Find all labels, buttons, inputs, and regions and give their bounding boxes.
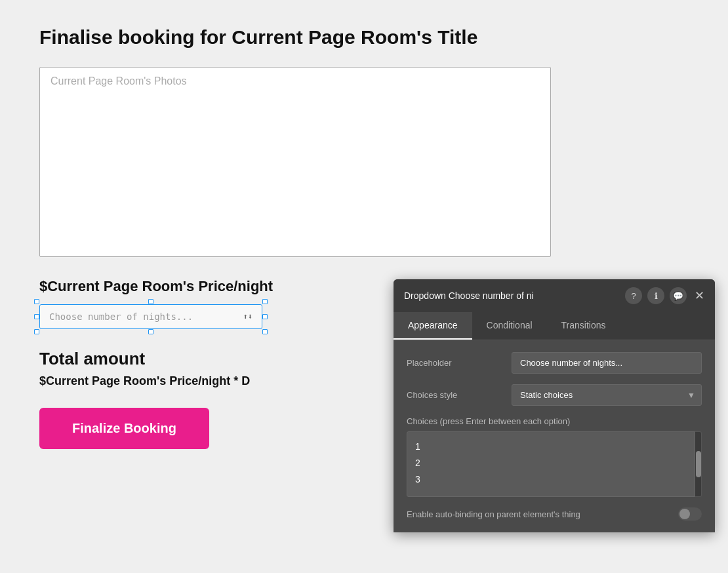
info-icon[interactable]: ℹ	[647, 287, 664, 304]
panel-body: Placeholder Choose number of nights... C…	[394, 340, 715, 532]
toggle-knob	[679, 509, 690, 519]
dropdown-wrapper: Choose number of nights... ⬆⬇	[39, 304, 262, 329]
close-button[interactable]: ✕	[695, 288, 704, 303]
finalize-booking-button[interactable]: Finalize Booking	[39, 408, 209, 449]
page-title: Finalise booking for Current Page Room's…	[39, 26, 689, 49]
auto-bind-label: Enable auto-binding on parent element's …	[407, 509, 678, 519]
placeholder-label: Placeholder	[407, 358, 512, 368]
dropdown-field[interactable]: Choose number of nights... ⬆⬇	[39, 304, 262, 329]
auto-bind-toggle[interactable]	[678, 507, 702, 521]
choices-textarea[interactable]: 1 2 3	[407, 431, 695, 497]
tab-transitions[interactable]: Transitions	[547, 312, 620, 340]
dropdown-arrow-icon: ⬆⬇	[243, 312, 253, 321]
handle-mr[interactable]	[262, 314, 268, 319]
choices-textarea-wrapper: 1 2 3	[407, 431, 702, 497]
choices-style-row: Choices style Static choices Dynamic cho…	[407, 384, 702, 406]
dropdown-placeholder-text: Choose number of nights...	[49, 311, 193, 322]
choices-style-label: Choices style	[407, 390, 512, 400]
choices-instructions-label: Choices (press Enter between each option…	[407, 416, 702, 426]
panel-header-icons: ? ℹ 💬 ✕	[625, 287, 704, 304]
handle-tm[interactable]	[148, 299, 153, 304]
right-panel: Dropdown Choose number of ni ? ℹ 💬 ✕ App…	[394, 279, 715, 532]
handle-br[interactable]	[262, 329, 268, 334]
help-icon[interactable]: ?	[625, 287, 642, 304]
panel-header: Dropdown Choose number of ni ? ℹ 💬 ✕	[394, 279, 715, 312]
panel-tabs: Appearance Conditional Transitions	[394, 312, 715, 340]
auto-bind-row: Enable auto-binding on parent element's …	[407, 507, 702, 521]
placeholder-row: Placeholder Choose number of nights...	[407, 352, 702, 374]
choices-style-select-wrapper: Static choices Dynamic choices ▼	[512, 384, 702, 406]
scrollbar-track[interactable]	[695, 431, 702, 497]
panel-header-title: Dropdown Choose number of ni	[404, 290, 620, 301]
comment-icon[interactable]: 💬	[670, 287, 687, 304]
photo-placeholder: Current Page Room's Photos	[39, 67, 551, 257]
handle-ml[interactable]	[34, 314, 39, 319]
handle-bm[interactable]	[148, 329, 153, 334]
choices-style-select[interactable]: Static choices Dynamic choices	[512, 384, 702, 406]
placeholder-value[interactable]: Choose number of nights...	[512, 352, 702, 374]
tab-conditional[interactable]: Conditional	[472, 312, 547, 340]
handle-tr[interactable]	[262, 299, 268, 304]
handle-tl[interactable]	[34, 299, 39, 304]
tab-appearance[interactable]: Appearance	[394, 312, 472, 340]
scrollbar-thumb[interactable]	[696, 451, 701, 477]
handle-bl[interactable]	[34, 329, 39, 334]
